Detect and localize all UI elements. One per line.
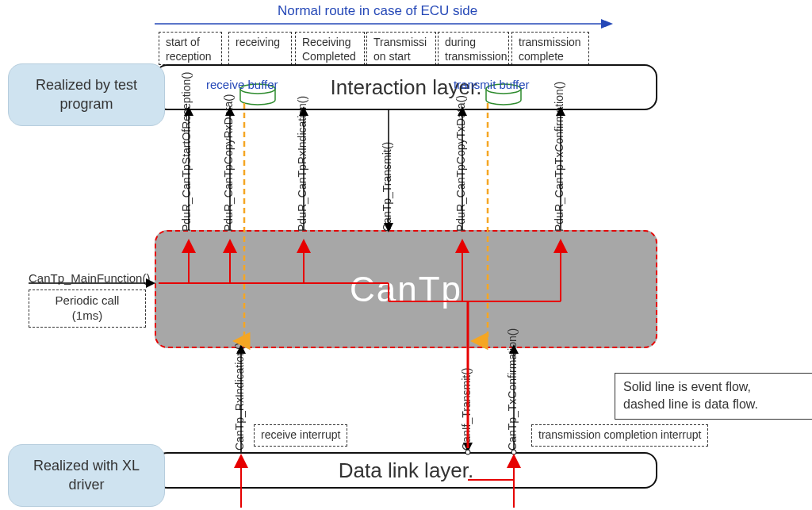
svg-point-11 (465, 450, 470, 454)
arrows (0, 0, 812, 510)
svg-point-13 (511, 450, 516, 454)
diagram-root: Normal route in case of ECU side start o… (0, 0, 812, 510)
